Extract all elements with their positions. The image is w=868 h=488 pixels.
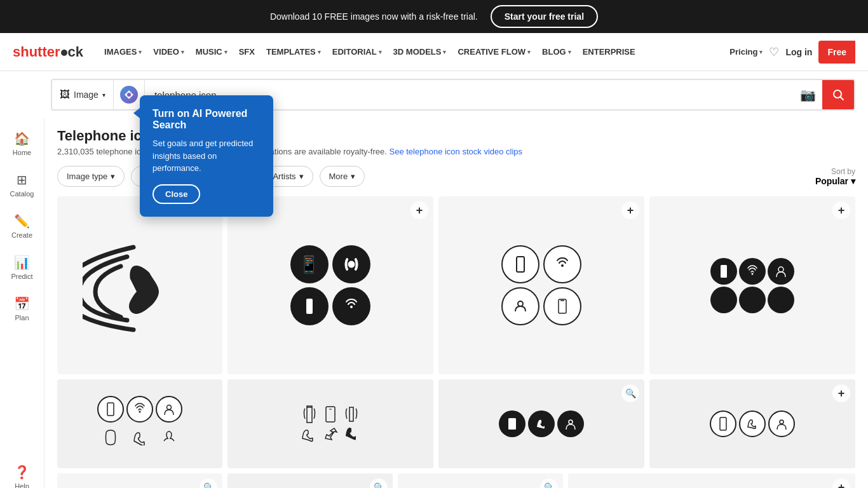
header: shutterck IMAGES ▾ VIDEO ▾ MUSIC ▾ SFX T… bbox=[0, 33, 868, 71]
chevron-down-icon: ▾ bbox=[759, 49, 763, 55]
image-cell-colored-icons[interactable]: 🔍 bbox=[398, 473, 563, 488]
image-cell-large[interactable] bbox=[57, 196, 222, 374]
chevron-down-icon: ▾ bbox=[527, 49, 531, 55]
chevron-down-icon: ▾ bbox=[443, 49, 446, 55]
nav-right: Pricing ▾ ♡ Log in Free bbox=[729, 41, 855, 64]
nav-sfx[interactable]: SFX bbox=[234, 43, 260, 60]
nav-templates[interactable]: TEMPLATES ▾ bbox=[261, 43, 326, 60]
pricing-link[interactable]: Pricing ▾ bbox=[729, 47, 763, 57]
svg-rect-19 bbox=[720, 417, 726, 430]
filter-image-type[interactable]: Image type ▾ bbox=[57, 166, 125, 187]
sidebar-item-predict[interactable]: 📊 Predict bbox=[0, 248, 44, 287]
add-to-collection-button[interactable]: + bbox=[832, 201, 850, 219]
nav-3d-models[interactable]: 3D MODELS ▾ bbox=[388, 43, 452, 60]
camera-search-icon[interactable]: 📷 bbox=[800, 87, 816, 102]
image-cell-mixed-icons[interactable] bbox=[227, 379, 433, 468]
top-banner: Download 10 FREE images now with a risk-… bbox=[0, 0, 868, 33]
logo[interactable]: shutterck bbox=[13, 44, 83, 60]
sidebar-item-catalog[interactable]: ⊞ Catalog bbox=[0, 166, 44, 204]
svg-text:📱: 📱 bbox=[299, 254, 320, 274]
chevron-down-icon: ▾ bbox=[139, 49, 142, 55]
svg-rect-9 bbox=[721, 265, 727, 278]
svg-point-11 bbox=[778, 267, 783, 272]
video-clips-link[interactable]: See telephone icon stock video clips bbox=[390, 147, 523, 156]
image-cell-black-circles[interactable]: + 📱 bbox=[227, 196, 433, 374]
add-to-collection-button[interactable]: + bbox=[621, 201, 639, 219]
sidebar-item-home[interactable]: 🏠 Home bbox=[0, 125, 44, 163]
add-to-collection-button[interactable]: + bbox=[832, 384, 850, 402]
svg-point-14 bbox=[167, 405, 172, 410]
nav-enterprise[interactable]: ENTERPRISE bbox=[578, 43, 641, 60]
image-cell-outline-circles-right[interactable]: + bbox=[649, 379, 855, 468]
sort-section: Sort by Popular ▾ bbox=[815, 167, 855, 186]
svg-rect-4 bbox=[306, 299, 313, 314]
image-cell-wave-dark[interactable]: 🔍 bbox=[57, 473, 222, 488]
predict-icon: 📊 bbox=[14, 255, 30, 270]
chevron-down-icon: ▾ bbox=[102, 92, 105, 98]
svg-point-18 bbox=[569, 420, 573, 424]
nav-video[interactable]: VIDEO ▾ bbox=[148, 43, 189, 60]
add-to-collection-button[interactable]: + bbox=[410, 201, 428, 219]
chevron-down-icon: ▾ bbox=[318, 49, 321, 55]
image-cell-large-icons[interactable]: + bbox=[649, 196, 855, 374]
svg-point-20 bbox=[780, 420, 783, 424]
svg-line-2 bbox=[841, 97, 844, 100]
svg-point-5 bbox=[350, 306, 353, 308]
popup-close-button[interactable]: Close bbox=[153, 184, 200, 204]
sort-value-selector[interactable]: Popular ▾ bbox=[815, 176, 855, 186]
zoom-button[interactable]: 🔍 bbox=[370, 478, 388, 488]
image-cell-special-icons[interactable]: + bbox=[568, 473, 855, 488]
ai-powered-search-popup: Turn on AI Powered Search Set goals and … bbox=[140, 95, 273, 217]
svg-point-0 bbox=[127, 93, 131, 97]
sidebar-item-help[interactable]: ❓ Help bbox=[0, 458, 44, 488]
image-grid-row2: 🔍 + bbox=[57, 379, 855, 468]
chevron-down-icon: ▾ bbox=[851, 176, 855, 186]
plan-icon: 📅 bbox=[14, 296, 30, 311]
free-button[interactable]: Free bbox=[818, 41, 855, 64]
search-icons: 📷 bbox=[794, 87, 822, 102]
help-icon: ❓ bbox=[14, 464, 30, 480]
svg-point-7 bbox=[561, 264, 564, 267]
add-to-collection-button[interactable]: + bbox=[832, 478, 850, 488]
zoom-button[interactable]: 🔍 bbox=[540, 478, 558, 488]
main-content: 🏠 Home ⊞ Catalog ✏️ Create 📊 Predict 📅 P… bbox=[0, 118, 868, 488]
nav-music[interactable]: MUSIC ▾ bbox=[191, 43, 233, 60]
svg-rect-12 bbox=[107, 403, 114, 416]
create-icon: ✏️ bbox=[14, 214, 30, 229]
nav-images[interactable]: IMAGES ▾ bbox=[99, 43, 147, 60]
sidebar-item-plan[interactable]: 📅 Plan bbox=[0, 290, 44, 328]
catalog-icon: ⊞ bbox=[17, 172, 27, 187]
image-grid-row3: 🔍 🔍 bbox=[57, 473, 855, 488]
home-icon: 🏠 bbox=[14, 131, 30, 146]
svg-rect-6 bbox=[517, 257, 524, 272]
search-button[interactable] bbox=[822, 79, 854, 111]
chevron-down-icon: ▾ bbox=[379, 49, 382, 55]
nav-blog[interactable]: BLOG ▾ bbox=[537, 43, 576, 60]
chevron-down-icon: ▾ bbox=[351, 172, 355, 181]
ai-logo bbox=[120, 86, 138, 104]
favorites-icon[interactable]: ♡ bbox=[769, 45, 779, 59]
filter-more[interactable]: More ▾ bbox=[320, 166, 365, 187]
nav-creative-flow[interactable]: CREATIVE FLOW ▾ bbox=[452, 43, 536, 60]
chevron-down-icon: ▾ bbox=[568, 49, 571, 55]
svg-point-13 bbox=[139, 411, 141, 413]
svg-point-8 bbox=[518, 301, 523, 306]
sidebar: 🏠 Home ⊞ Catalog ✏️ Create 📊 Predict 📅 P… bbox=[0, 118, 44, 488]
nav-editorial[interactable]: EDITORIAL ▾ bbox=[327, 43, 387, 60]
zoom-button[interactable]: 🔍 bbox=[200, 478, 217, 488]
popup-title: Turn on AI Powered Search bbox=[153, 108, 261, 131]
image-icon: 🖼 bbox=[60, 89, 70, 100]
image-cell-outline-circles[interactable]: + bbox=[438, 196, 644, 374]
chevron-down-icon: ▾ bbox=[181, 49, 184, 55]
search-type-selector[interactable]: 🖼 Image ▾ bbox=[52, 80, 114, 109]
image-cell-large-black-circles[interactable]: 🔍 bbox=[438, 379, 644, 468]
image-cell-outline-set[interactable] bbox=[57, 379, 222, 468]
trial-button[interactable]: Start your free trial bbox=[491, 5, 598, 28]
zoom-button[interactable]: 🔍 bbox=[621, 384, 639, 402]
chevron-down-icon: ▾ bbox=[299, 172, 304, 181]
chevron-down-icon: ▾ bbox=[111, 172, 115, 181]
sidebar-item-create[interactable]: ✏️ Create bbox=[0, 207, 44, 245]
login-button[interactable]: Log in bbox=[785, 47, 812, 57]
sort-label: Sort by bbox=[831, 167, 855, 176]
image-cell-wave-light[interactable]: 🔍 bbox=[227, 473, 393, 488]
